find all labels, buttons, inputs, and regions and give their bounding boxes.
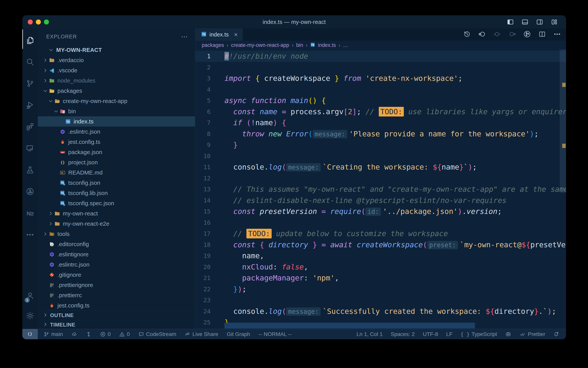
activity-item-more[interactable] bbox=[22, 224, 38, 246]
tree-item[interactable]: TStsconfig.spec.json bbox=[38, 198, 195, 208]
timeline-history-icon[interactable] bbox=[463, 30, 471, 39]
tree-item[interactable]: .eslintignore bbox=[38, 249, 195, 259]
breadcrumb-item[interactable]: packages bbox=[202, 42, 224, 48]
toggle-primary-sidebar-icon[interactable] bbox=[506, 18, 514, 26]
tab-index.ts[interactable]: TSindex.ts× bbox=[195, 28, 243, 41]
activity-item-testing[interactable] bbox=[22, 159, 38, 181]
code-editor[interactable]: 1#!/usr/bin/env node23import { createWor… bbox=[195, 50, 566, 329]
tree-item[interactable]: .prettierignore bbox=[38, 280, 195, 290]
status-item-utf-8[interactable]: UTF-8 bbox=[423, 331, 438, 337]
code-line[interactable]: 24 console.log(message:`Successfully cre… bbox=[195, 306, 566, 317]
toggle-panel-icon[interactable] bbox=[521, 18, 529, 26]
code-line[interactable]: 20 nxCloud: false, bbox=[195, 262, 566, 273]
activity-item-run-debug[interactable] bbox=[22, 95, 38, 116]
code-line[interactable]: 7 if (!name) { bbox=[195, 117, 566, 129]
tree-item[interactable]: TStsconfig.json bbox=[38, 178, 195, 188]
sidebar-more-actions-button[interactable]: ⋯ bbox=[181, 35, 188, 38]
activity-item-source-control[interactable] bbox=[22, 73, 38, 95]
activity-item-nx-console[interactable]: N≥ bbox=[22, 203, 38, 224]
code-line[interactable]: 19 name, bbox=[195, 250, 566, 262]
go-back-icon[interactable] bbox=[478, 30, 486, 39]
tree-item[interactable]: jest.config.ts bbox=[38, 137, 195, 147]
code-line[interactable]: 21 packageManager: 'npm', bbox=[195, 273, 566, 284]
breadcrumb-item[interactable]: create-my-own-react-app bbox=[231, 42, 289, 48]
status-item-0[interactable]: 0 bbox=[100, 331, 111, 337]
code-line[interactable]: 10 bbox=[195, 151, 566, 162]
tree-item[interactable]: 0110bin bbox=[38, 106, 195, 116]
status-item-lf[interactable]: LF bbox=[446, 331, 453, 337]
tree-item[interactable]: {}project.json bbox=[38, 157, 195, 167]
code-line[interactable]: 1#!/usr/bin/env node bbox=[195, 51, 566, 62]
close-icon[interactable]: × bbox=[234, 31, 238, 38]
code-line[interactable]: 9 } bbox=[195, 139, 566, 151]
tree-item[interactable]: my-own-react-e2e bbox=[38, 219, 195, 229]
breadcrumb-file[interactable]: index.ts bbox=[318, 42, 336, 48]
tree-item[interactable]: npmpackage.json bbox=[38, 147, 195, 157]
maximize-window-button[interactable] bbox=[44, 19, 49, 25]
tree-item[interactable]: .eslintrc.json bbox=[38, 259, 195, 270]
toggle-secondary-sidebar-icon[interactable] bbox=[535, 18, 544, 26]
tree-item[interactable]: .vscode bbox=[38, 65, 195, 75]
status-item[interactable] bbox=[553, 331, 559, 337]
activity-item-settings-gear[interactable] bbox=[22, 306, 38, 326]
tree-item[interactable]: node_modules bbox=[38, 75, 195, 86]
tree-item[interactable]: tools bbox=[38, 229, 195, 239]
code-line[interactable]: 2 bbox=[195, 62, 566, 73]
code-line[interactable]: 12 bbox=[195, 173, 566, 184]
tree-item[interactable]: .gitignore bbox=[38, 270, 195, 280]
close-window-button[interactable] bbox=[28, 19, 33, 25]
code-line[interactable]: 16 bbox=[195, 217, 566, 228]
status-item-main[interactable]: main bbox=[44, 331, 63, 337]
tree-item[interactable]: .editorconfig bbox=[38, 239, 195, 249]
status-item[interactable] bbox=[71, 331, 77, 337]
breadcrumb-item[interactable]: bin bbox=[296, 42, 303, 48]
status-item-ln-1-col-1[interactable]: Ln 1, Col 1 bbox=[357, 331, 383, 337]
status-item[interactable] bbox=[86, 331, 91, 337]
tree-item[interactable]: jest.config.ts bbox=[38, 300, 195, 311]
breadcrumb-more[interactable]: … bbox=[343, 42, 348, 48]
activity-item-extensions[interactable] bbox=[22, 116, 38, 138]
tree-item[interactable]: my-own-react bbox=[38, 208, 195, 219]
tree-item[interactable]: TSindex.ts bbox=[38, 116, 195, 127]
customize-layout-icon[interactable] bbox=[550, 18, 558, 26]
tree-item[interactable]: create-my-own-react-app bbox=[38, 96, 195, 106]
code-line[interactable]: 4 bbox=[195, 84, 566, 95]
tree-item[interactable]: .prettierrc bbox=[38, 290, 195, 300]
code-line[interactable]: 3import { createWorkspace } from 'create… bbox=[195, 73, 566, 84]
code-line[interactable]: 18 const { directory } = await createWor… bbox=[195, 239, 566, 250]
tree-item[interactable]: .eslintrc.json bbox=[38, 127, 195, 137]
code-line[interactable]: 23 bbox=[195, 295, 566, 306]
activity-item-git-graph[interactable] bbox=[22, 181, 38, 203]
status-item-typescript[interactable]: { }TypeScript bbox=[461, 331, 497, 337]
status-item-0[interactable]: 0 bbox=[119, 331, 130, 337]
git-actions-icon[interactable] bbox=[523, 30, 531, 39]
code-line[interactable]: 5async function main() { bbox=[195, 95, 566, 106]
activity-item-remote-explorer[interactable] bbox=[22, 138, 38, 159]
status-item-spaces-2[interactable]: Spaces: 2 bbox=[391, 331, 415, 337]
activity-item-explorer[interactable] bbox=[22, 30, 38, 52]
status-item--normal-[interactable]: -- NORMAL -- bbox=[259, 331, 292, 337]
remote-indicator[interactable] bbox=[22, 329, 38, 339]
activity-item-search[interactable] bbox=[22, 52, 38, 73]
code-line[interactable]: 14 // eslint-disable-next-line @typescri… bbox=[195, 195, 566, 206]
status-item-codestream[interactable]: CodeStream bbox=[138, 331, 176, 337]
code-line[interactable]: 15 const presetVersion = require(id:'../… bbox=[195, 206, 566, 217]
code-line[interactable]: 11 console.log(message:`Creating the wor… bbox=[195, 162, 566, 173]
code-line[interactable]: 6 const name = process.argv[2]; // TODO:… bbox=[195, 106, 566, 118]
vertical-scrollbar[interactable] bbox=[560, 50, 566, 193]
status-item-git-graph[interactable]: Git Graph bbox=[227, 331, 250, 337]
code-line[interactable]: 8 throw new Error(message:'Please provid… bbox=[195, 129, 566, 140]
activity-item-account[interactable]: 1 bbox=[22, 286, 38, 306]
tree-item[interactable]: TStsconfig.lib.json bbox=[38, 188, 195, 198]
minimize-window-button[interactable] bbox=[36, 19, 41, 25]
horizontal-scrollbar[interactable] bbox=[224, 323, 475, 329]
more-actions-icon[interactable] bbox=[553, 30, 561, 39]
sidebar-section-outline[interactable]: OUTLINE bbox=[38, 311, 195, 320]
status-item[interactable] bbox=[505, 331, 511, 337]
status-item-live-share[interactable]: Live Share bbox=[185, 331, 218, 337]
previous-change-icon[interactable] bbox=[493, 30, 501, 39]
tree-item[interactable]: .verdaccio bbox=[38, 55, 195, 65]
tree-item[interactable]: packages bbox=[38, 86, 195, 96]
project-root-row[interactable]: MY-OWN-REACT bbox=[38, 45, 195, 55]
code-line[interactable]: 13 // This assumes "my-own-react" and "c… bbox=[195, 184, 566, 195]
